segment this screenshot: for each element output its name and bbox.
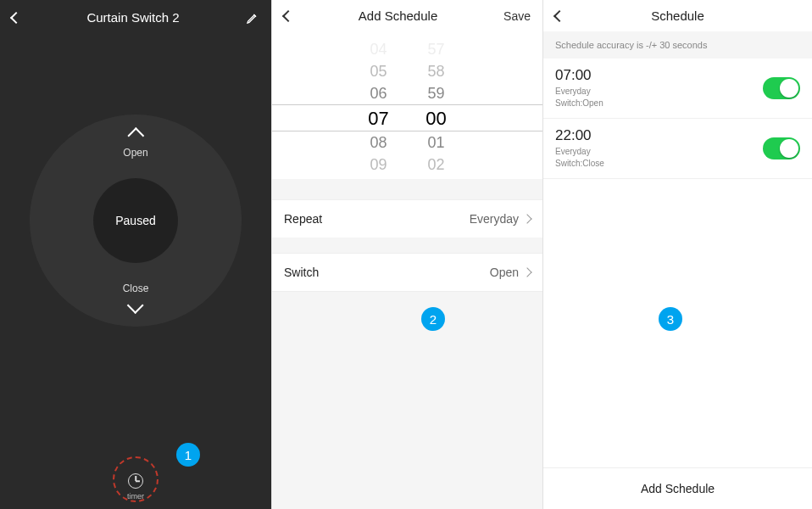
picker-rows: 0457 0558 0659 0700 0801 0902 1003 xyxy=(272,38,542,174)
schedule-repeat: Everyday xyxy=(555,146,604,158)
repeat-value: Everyday xyxy=(470,212,531,226)
schedule-list-panel: Schedule Schedule accuracy is -/+ 30 sec… xyxy=(542,0,812,509)
back-icon[interactable] xyxy=(282,9,294,21)
chevron-down-icon xyxy=(127,297,144,314)
repeat-label: Repeat xyxy=(284,212,322,226)
time-picker[interactable]: 0457 0558 0659 0700 0801 0902 1003 xyxy=(272,31,542,179)
picker-row: 0457 xyxy=(272,38,542,60)
schedule-action: Switch:Open xyxy=(555,98,603,109)
curtain-dial: Open Paused Close xyxy=(30,115,242,327)
picker-row: 0659 xyxy=(272,82,542,104)
pause-button[interactable]: Paused xyxy=(93,178,178,263)
picker-row-selected: 0700 xyxy=(272,104,542,131)
panel1-header: Curtain Switch 2 xyxy=(0,0,271,31)
switch-row[interactable]: Switch Open xyxy=(272,253,542,292)
picker-row: 0801 xyxy=(272,131,542,154)
schedule-item[interactable]: 22:00 Everyday Switch:Close xyxy=(543,119,812,179)
switch-label: Switch xyxy=(284,266,319,279)
chevron-right-icon xyxy=(522,214,531,223)
panel2-header: Add Schedule Save xyxy=(272,0,542,31)
chevron-up-icon xyxy=(127,127,144,144)
timer-button[interactable]: timer xyxy=(127,473,144,501)
schedule-action: Switch:Close xyxy=(555,158,604,170)
close-label: Close xyxy=(123,282,149,294)
back-icon[interactable] xyxy=(553,9,565,21)
curtain-control-panel: Curtain Switch 2 Open Paused Close timer… xyxy=(0,0,271,509)
save-button[interactable]: Save xyxy=(503,9,531,23)
schedule-item[interactable]: 07:00 Everyday Switch:Open xyxy=(543,59,812,119)
schedule-hint: Schedule accuracy is -/+ 30 seconds xyxy=(543,31,812,59)
edit-icon[interactable] xyxy=(246,11,259,25)
close-button[interactable]: Close xyxy=(123,282,149,311)
add-schedule-panel: Add Schedule Save 0457 0558 0659 0700 08… xyxy=(271,0,542,509)
picker-row: 0902 xyxy=(272,154,542,174)
panel3-title: Schedule xyxy=(651,8,704,23)
repeat-row[interactable]: Repeat Everyday xyxy=(272,199,542,238)
picker-row: 0558 xyxy=(272,60,542,82)
status-label: Paused xyxy=(115,214,155,227)
add-schedule-button[interactable]: Add Schedule xyxy=(543,467,812,509)
badge-1: 1 xyxy=(176,443,200,467)
schedule-repeat: Everyday xyxy=(555,86,603,98)
open-button[interactable]: Open xyxy=(123,130,147,159)
panel3-header: Schedule xyxy=(543,0,812,31)
schedule-toggle[interactable] xyxy=(763,77,800,99)
open-label: Open xyxy=(123,147,147,159)
panel2-title: Add Schedule xyxy=(359,8,437,23)
chevron-right-icon xyxy=(522,267,531,277)
badge-2: 2 xyxy=(421,307,445,331)
device-title: Curtain Switch 2 xyxy=(86,10,179,25)
schedule-text: 22:00 Everyday Switch:Close xyxy=(555,127,604,170)
clock-icon xyxy=(128,473,143,489)
badge-3: 3 xyxy=(659,307,682,331)
schedule-toggle[interactable] xyxy=(763,137,800,159)
schedule-time: 07:00 xyxy=(555,67,603,84)
schedule-text: 07:00 Everyday Switch:Open xyxy=(555,67,603,109)
back-icon[interactable] xyxy=(10,11,22,23)
schedule-time: 22:00 xyxy=(555,127,604,144)
switch-value: Open xyxy=(490,266,531,279)
timer-label: timer xyxy=(127,492,144,501)
